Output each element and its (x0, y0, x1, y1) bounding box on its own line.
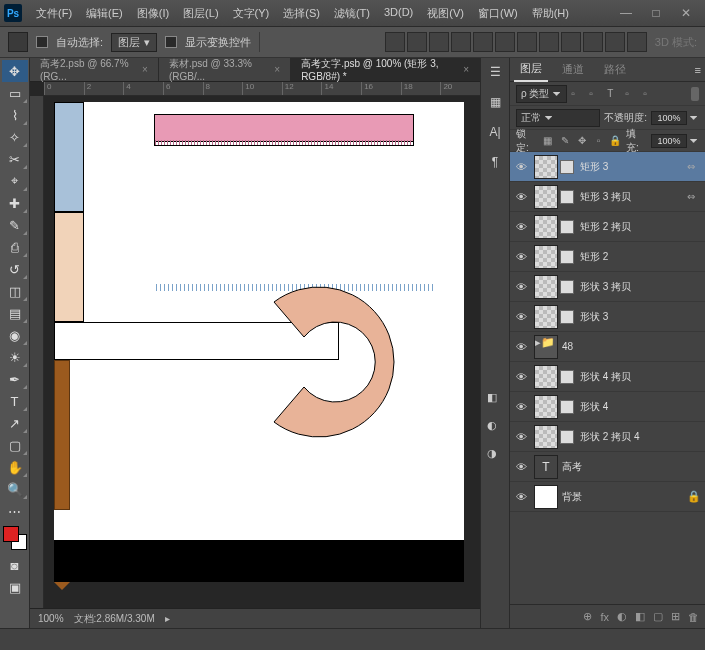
layer-thumb[interactable] (534, 305, 558, 329)
layer-thumb[interactable] (534, 365, 558, 389)
visibility-icon[interactable]: 👁 (510, 311, 532, 323)
lock-pixels-icon[interactable]: ▦ (541, 134, 554, 148)
show-transform-checkbox[interactable] (165, 36, 177, 48)
shape-tool[interactable]: ▢ (2, 434, 28, 456)
crop-tool[interactable]: ✂ (2, 148, 28, 170)
document-tab[interactable]: 高考2.psb @ 66.7%(RG...× (30, 58, 159, 81)
menu-item[interactable]: 文字(Y) (227, 4, 276, 23)
menu-item[interactable]: 文件(F) (30, 4, 78, 23)
zoom-tool[interactable]: 🔍 (2, 478, 28, 500)
layer-row[interactable]: 👁矩形 2 (510, 242, 705, 272)
visibility-icon[interactable]: 👁 (510, 161, 532, 173)
panel-foot-button[interactable]: ▢ (653, 610, 663, 623)
gradient-tool[interactable]: ▤ (2, 302, 28, 324)
history-icon[interactable]: ☰ (485, 62, 505, 82)
visibility-icon[interactable]: 👁 (510, 371, 532, 383)
panel-tab[interactable]: 图层 (514, 57, 548, 82)
align-icon[interactable] (517, 32, 537, 52)
lock-pos-icon[interactable]: ✥ (575, 134, 588, 148)
tab-close-icon[interactable]: × (463, 64, 469, 75)
layer-thumb[interactable] (534, 485, 558, 509)
screenmode[interactable]: ▣ (2, 576, 28, 598)
eyedrop-tool[interactable]: ⌖ (2, 170, 28, 192)
align-icon[interactable] (539, 32, 559, 52)
zoom-level[interactable]: 100% (38, 613, 64, 624)
layer-name[interactable]: 形状 2 拷贝 4 (578, 430, 701, 444)
blur-tool[interactable]: ◉ (2, 324, 28, 346)
tab-close-icon[interactable]: × (274, 64, 280, 75)
style-icon[interactable]: ◐ (481, 414, 503, 436)
align-icon[interactable] (605, 32, 625, 52)
visibility-icon[interactable]: 👁 (510, 281, 532, 293)
lock-all-icon[interactable]: 🔒 (609, 134, 622, 148)
menu-item[interactable]: 视图(V) (421, 4, 470, 23)
lock-artboard-icon[interactable]: ▫ (592, 134, 605, 148)
filter-icon[interactable]: ▫ (625, 88, 639, 99)
layer-mask-thumb[interactable] (560, 280, 574, 294)
align-icon[interactable] (451, 32, 471, 52)
opacity-input[interactable] (651, 111, 687, 125)
layer-mask-thumb[interactable] (560, 220, 574, 234)
layer-row[interactable]: 👁矩形 3 拷贝⇔ (510, 182, 705, 212)
layer-mask-thumb[interactable] (560, 430, 574, 444)
align-icon[interactable] (473, 32, 493, 52)
layer-name[interactable]: 高考 (560, 460, 701, 474)
filter-toggle[interactable] (691, 87, 699, 101)
artboard[interactable] (54, 102, 464, 582)
eraser-tool[interactable]: ◫ (2, 280, 28, 302)
close-button[interactable]: ✕ (671, 3, 701, 23)
visibility-icon[interactable]: 👁 (510, 461, 532, 473)
adjust-icon[interactable]: ◑ (481, 442, 503, 464)
panel-foot-button[interactable]: ⊕ (583, 610, 592, 623)
char-icon[interactable]: A| (485, 122, 505, 142)
layer-thumb[interactable] (534, 215, 558, 239)
align-icon[interactable] (385, 32, 405, 52)
status-arrow[interactable]: ▸ (165, 613, 170, 624)
layer-thumb[interactable] (534, 275, 558, 299)
color-swatch[interactable] (3, 526, 27, 550)
layer-mask-thumb[interactable] (560, 310, 574, 324)
layer-mask-thumb[interactable] (560, 400, 574, 414)
filter-icon[interactable]: ▫ (571, 88, 585, 99)
align-icon[interactable] (627, 32, 647, 52)
layer-row[interactable]: 👁矩形 3⇔ (510, 152, 705, 182)
document-tab[interactable]: 素材.psd @ 33.3%(RGB/...× (159, 58, 291, 81)
layer-name[interactable]: 矩形 3 拷贝 (578, 190, 687, 204)
marquee-tool[interactable]: ▭ (2, 82, 28, 104)
pen-tool[interactable]: ✒ (2, 368, 28, 390)
fill-input[interactable] (651, 134, 687, 148)
visibility-icon[interactable]: 👁 (510, 491, 532, 503)
layer-name[interactable]: 形状 3 拷贝 (578, 280, 701, 294)
canvas-area[interactable]: 02468101214161820 (30, 82, 480, 608)
layer-row[interactable]: 👁T高考 (510, 452, 705, 482)
layer-row[interactable]: 👁背景🔒 (510, 482, 705, 512)
layer-row[interactable]: 👁矩形 2 拷贝 (510, 212, 705, 242)
path-tool[interactable]: ↗ (2, 412, 28, 434)
menu-item[interactable]: 窗口(W) (472, 4, 524, 23)
tab-close-icon[interactable]: × (142, 64, 148, 75)
visibility-icon[interactable]: 👁 (510, 431, 532, 443)
auto-select-checkbox[interactable] (36, 36, 48, 48)
align-icon[interactable] (583, 32, 603, 52)
layer-name[interactable]: 背景 (560, 490, 687, 504)
menu-item[interactable]: 选择(S) (277, 4, 326, 23)
quickmask[interactable]: ◙ (2, 554, 28, 576)
align-icon[interactable] (495, 32, 515, 52)
filter-icon[interactable]: T (607, 88, 621, 99)
layer-thumb[interactable] (534, 155, 558, 179)
layer-row[interactable]: 👁形状 3 拷贝 (510, 272, 705, 302)
panel-tab[interactable]: 路径 (598, 58, 632, 81)
layer-name[interactable]: 48 (560, 341, 701, 352)
visibility-icon[interactable]: 👁 (510, 251, 532, 263)
layer-mask-thumb[interactable] (560, 370, 574, 384)
menu-item[interactable]: 图层(L) (177, 4, 224, 23)
hand-tool[interactable]: ✋ (2, 456, 28, 478)
layer-name[interactable]: 矩形 2 (578, 250, 701, 264)
menu-item[interactable]: 滤镜(T) (328, 4, 376, 23)
history-tool[interactable]: ↺ (2, 258, 28, 280)
lock-paint-icon[interactable]: ✎ (558, 134, 571, 148)
panel-tab[interactable]: 通道 (556, 58, 590, 81)
layer-name[interactable]: 形状 4 拷贝 (578, 370, 701, 384)
heal-tool[interactable]: ✚ (2, 192, 28, 214)
layer-mask-thumb[interactable] (560, 190, 574, 204)
